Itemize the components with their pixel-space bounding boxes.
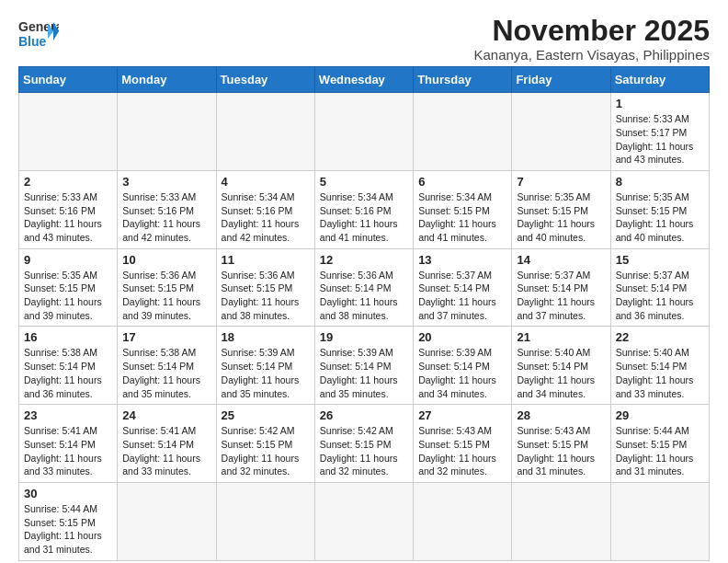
calendar-day-cell [216, 93, 314, 171]
day-number: 30 [24, 487, 112, 500]
calendar-week-row: 2Sunrise: 5:33 AMSunset: 5:16 PMDaylight… [19, 170, 710, 248]
day-number: 20 [418, 330, 506, 344]
header: General Blue November 2025 Kananya, East… [18, 15, 710, 63]
day-info: Sunrise: 5:37 AMSunset: 5:14 PMDaylight:… [517, 269, 605, 323]
calendar-day-cell: 22Sunrise: 5:40 AMSunset: 5:14 PMDayligh… [610, 327, 709, 405]
weekday-header-monday: Monday [118, 67, 216, 93]
day-info: Sunrise: 5:40 AMSunset: 5:14 PMDaylight:… [616, 346, 704, 400]
day-number: 28 [517, 408, 605, 422]
day-number: 21 [517, 330, 605, 344]
calendar-day-cell: 19Sunrise: 5:39 AMSunset: 5:14 PMDayligh… [314, 327, 413, 405]
day-number: 25 [222, 408, 310, 422]
logo-area: General Blue [18, 15, 59, 53]
calendar-day-cell: 25Sunrise: 5:42 AMSunset: 5:15 PMDayligh… [216, 405, 314, 483]
day-info: Sunrise: 5:43 AMSunset: 5:15 PMDaylight:… [418, 424, 506, 478]
day-number: 12 [320, 253, 408, 267]
weekday-header-thursday: Thursday [414, 67, 512, 93]
calendar-week-row: 30Sunrise: 5:44 AMSunset: 5:15 PMDayligh… [19, 482, 710, 560]
calendar-day-cell: 16Sunrise: 5:38 AMSunset: 5:14 PMDayligh… [19, 327, 118, 405]
day-number: 19 [320, 330, 408, 344]
day-info: Sunrise: 5:44 AMSunset: 5:15 PMDaylight:… [24, 502, 112, 557]
calendar-day-cell [118, 482, 216, 560]
weekday-header-friday: Friday [512, 67, 610, 93]
day-number: 29 [616, 408, 704, 422]
day-info: Sunrise: 5:36 AMSunset: 5:15 PMDaylight:… [222, 269, 310, 323]
weekday-header-saturday: Saturday [610, 67, 709, 93]
day-number: 6 [418, 175, 506, 189]
svg-text:Blue: Blue [18, 34, 47, 49]
day-info: Sunrise: 5:39 AMSunset: 5:14 PMDaylight:… [320, 346, 408, 400]
day-info: Sunrise: 5:44 AMSunset: 5:15 PMDaylight:… [616, 424, 704, 478]
calendar-day-cell: 14Sunrise: 5:37 AMSunset: 5:14 PMDayligh… [512, 248, 610, 327]
calendar-day-cell [216, 482, 314, 560]
calendar-day-cell: 26Sunrise: 5:42 AMSunset: 5:15 PMDayligh… [314, 405, 413, 483]
calendar-header-row: SundayMondayTuesdayWednesdayThursdayFrid… [19, 67, 710, 93]
calendar-day-cell: 20Sunrise: 5:39 AMSunset: 5:14 PMDayligh… [414, 327, 512, 405]
day-number: 8 [616, 175, 704, 189]
day-number: 17 [122, 330, 210, 344]
day-info: Sunrise: 5:38 AMSunset: 5:14 PMDaylight:… [122, 346, 210, 400]
calendar-day-cell: 18Sunrise: 5:39 AMSunset: 5:14 PMDayligh… [216, 327, 314, 405]
calendar-day-cell: 30Sunrise: 5:44 AMSunset: 5:15 PMDayligh… [19, 482, 118, 560]
day-number: 1 [616, 97, 704, 110]
day-number: 24 [122, 408, 210, 422]
day-info: Sunrise: 5:34 AMSunset: 5:16 PMDaylight:… [222, 190, 310, 245]
calendar-day-cell: 10Sunrise: 5:36 AMSunset: 5:15 PMDayligh… [118, 248, 216, 327]
calendar-day-cell: 11Sunrise: 5:36 AMSunset: 5:15 PMDayligh… [216, 248, 314, 327]
calendar-day-cell: 9Sunrise: 5:35 AMSunset: 5:15 PMDaylight… [19, 248, 118, 327]
location-subtitle: Kananya, Eastern Visayas, Philippines [473, 47, 710, 63]
calendar-day-cell [314, 93, 413, 171]
calendar-day-cell [610, 482, 709, 560]
calendar-day-cell: 1Sunrise: 5:33 AMSunset: 5:17 PMDaylight… [610, 93, 709, 171]
calendar-day-cell: 13Sunrise: 5:37 AMSunset: 5:14 PMDayligh… [414, 248, 512, 327]
day-info: Sunrise: 5:33 AMSunset: 5:17 PMDaylight:… [616, 112, 704, 167]
day-number: 4 [222, 175, 310, 189]
month-title: November 2025 [473, 15, 710, 47]
day-number: 15 [616, 253, 704, 267]
calendar-day-cell [414, 93, 512, 171]
calendar-day-cell [118, 93, 216, 171]
day-info: Sunrise: 5:35 AMSunset: 5:15 PMDaylight:… [24, 269, 112, 323]
day-number: 27 [418, 408, 506, 422]
calendar-day-cell: 24Sunrise: 5:41 AMSunset: 5:14 PMDayligh… [118, 405, 216, 483]
calendar-table: SundayMondayTuesdayWednesdayThursdayFrid… [18, 66, 710, 561]
calendar-day-cell: 28Sunrise: 5:43 AMSunset: 5:15 PMDayligh… [512, 405, 610, 483]
calendar-day-cell [512, 93, 610, 171]
calendar-day-cell [512, 482, 610, 560]
calendar-week-row: 16Sunrise: 5:38 AMSunset: 5:14 PMDayligh… [19, 327, 710, 405]
day-number: 14 [517, 253, 605, 267]
day-info: Sunrise: 5:42 AMSunset: 5:15 PMDaylight:… [320, 424, 408, 478]
calendar-day-cell [19, 93, 118, 171]
day-info: Sunrise: 5:43 AMSunset: 5:15 PMDaylight:… [517, 424, 605, 478]
calendar-day-cell: 6Sunrise: 5:34 AMSunset: 5:15 PMDaylight… [414, 170, 512, 248]
day-info: Sunrise: 5:41 AMSunset: 5:14 PMDaylight:… [122, 424, 210, 478]
day-info: Sunrise: 5:37 AMSunset: 5:14 PMDaylight:… [616, 269, 704, 323]
day-number: 13 [418, 253, 506, 267]
day-number: 10 [122, 253, 210, 267]
calendar-day-cell [314, 482, 413, 560]
calendar-day-cell: 17Sunrise: 5:38 AMSunset: 5:14 PMDayligh… [118, 327, 216, 405]
calendar-day-cell: 3Sunrise: 5:33 AMSunset: 5:16 PMDaylight… [118, 170, 216, 248]
day-info: Sunrise: 5:40 AMSunset: 5:14 PMDaylight:… [517, 346, 605, 400]
calendar-day-cell: 15Sunrise: 5:37 AMSunset: 5:14 PMDayligh… [610, 248, 709, 327]
calendar-day-cell: 27Sunrise: 5:43 AMSunset: 5:15 PMDayligh… [414, 405, 512, 483]
logo-icon: General Blue [18, 15, 59, 53]
weekday-header-sunday: Sunday [19, 67, 118, 93]
calendar-day-cell: 8Sunrise: 5:35 AMSunset: 5:15 PMDaylight… [610, 170, 709, 248]
day-number: 9 [24, 253, 112, 267]
day-info: Sunrise: 5:38 AMSunset: 5:14 PMDaylight:… [24, 346, 112, 400]
calendar-day-cell: 4Sunrise: 5:34 AMSunset: 5:16 PMDaylight… [216, 170, 314, 248]
day-info: Sunrise: 5:36 AMSunset: 5:14 PMDaylight:… [320, 269, 408, 323]
day-info: Sunrise: 5:33 AMSunset: 5:16 PMDaylight:… [24, 190, 112, 245]
day-number: 2 [24, 175, 112, 189]
calendar-day-cell: 12Sunrise: 5:36 AMSunset: 5:14 PMDayligh… [314, 248, 413, 327]
day-info: Sunrise: 5:34 AMSunset: 5:15 PMDaylight:… [418, 190, 506, 245]
title-area: November 2025 Kananya, Eastern Visayas, … [473, 15, 710, 63]
day-number: 26 [320, 408, 408, 422]
day-number: 7 [517, 175, 605, 189]
day-info: Sunrise: 5:36 AMSunset: 5:15 PMDaylight:… [122, 269, 210, 323]
calendar-day-cell [414, 482, 512, 560]
weekday-header-tuesday: Tuesday [216, 67, 314, 93]
calendar-day-cell: 29Sunrise: 5:44 AMSunset: 5:15 PMDayligh… [610, 405, 709, 483]
day-number: 18 [222, 330, 310, 344]
